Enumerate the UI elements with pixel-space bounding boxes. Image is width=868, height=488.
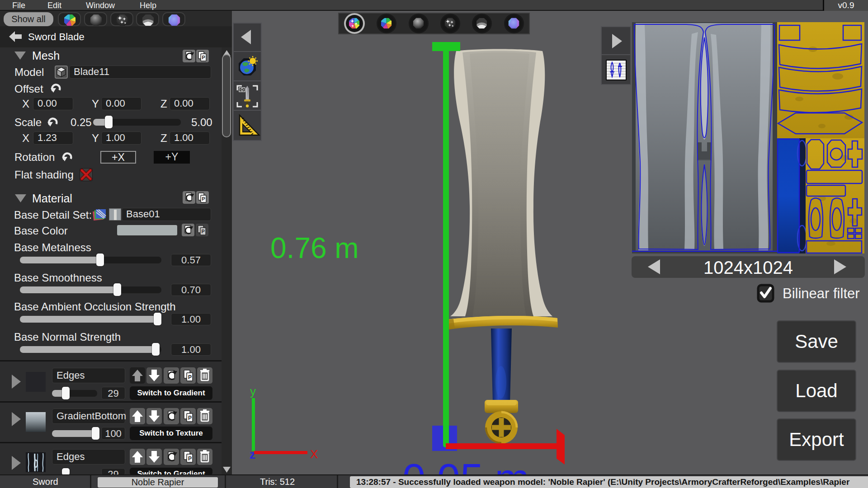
svg-text:0.05 m: 0.05 m (402, 455, 529, 475)
svg-text:P: P (202, 55, 205, 60)
svg-text:z: z (250, 448, 255, 461)
svg-text:P: P (188, 415, 192, 421)
svg-text:P: P (188, 374, 192, 380)
svg-text:y: y (250, 385, 256, 398)
svg-text:X: X (310, 447, 318, 461)
svg-text:P: P (202, 229, 205, 234)
svg-text:P: P (202, 196, 205, 202)
svg-text:0.76 m: 0.76 m (270, 232, 359, 264)
svg-text:P: P (188, 455, 192, 462)
